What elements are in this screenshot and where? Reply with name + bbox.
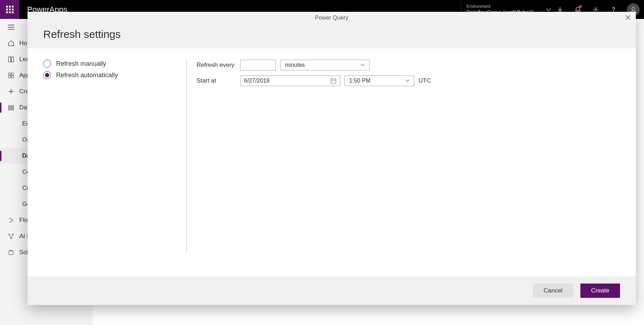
calendar-icon — [331, 78, 336, 84]
svg-rect-10 — [9, 107, 14, 108]
svg-point-13 — [12, 234, 14, 235]
close-button[interactable] — [625, 15, 631, 20]
select-value: minutes — [285, 62, 305, 68]
radio-icon — [43, 60, 51, 68]
dialog-header: Refresh settings — [28, 24, 636, 48]
refresh-mode-group: Refresh manually Refresh automatically — [43, 60, 186, 276]
app-launcher-button[interactable] — [0, 0, 19, 19]
svg-rect-9 — [9, 105, 14, 107]
environment-label: Environment — [466, 4, 538, 9]
svg-rect-7 — [9, 76, 11, 78]
book-icon — [8, 56, 14, 63]
svg-rect-3 — [9, 57, 11, 62]
svg-point-12 — [9, 234, 10, 235]
svg-rect-15 — [9, 251, 13, 255]
chevron-down-icon — [361, 63, 365, 67]
svg-rect-8 — [11, 76, 14, 78]
chevron-down-icon — [546, 7, 551, 12]
radio-refresh-manually[interactable]: Refresh manually — [43, 60, 186, 68]
svg-rect-5 — [9, 73, 11, 75]
apps-icon — [8, 72, 14, 79]
notification-dot-icon — [579, 5, 582, 8]
svg-rect-16 — [331, 79, 336, 83]
timezone-label: UTC — [418, 77, 431, 84]
cancel-button[interactable]: Cancel — [533, 284, 573, 298]
svg-rect-6 — [11, 73, 14, 75]
refresh-settings-dialog: Power Query Refresh settings Refresh man… — [28, 12, 636, 305]
start-at-label: Start at — [197, 77, 236, 84]
date-value: 6/27/2019 — [244, 78, 269, 84]
refresh-every-row: Refresh every minutes — [197, 60, 620, 70]
dialog-title: Power Query — [315, 15, 348, 21]
start-time-select[interactable]: 1:50 PM — [345, 75, 414, 86]
hamburger-icon — [8, 25, 14, 30]
ai-icon — [8, 233, 14, 240]
svg-point-14 — [10, 237, 12, 239]
refresh-unit-select[interactable]: minutes — [280, 60, 370, 70]
chevron-down-icon — [405, 79, 410, 83]
close-icon — [625, 15, 631, 20]
dialog-titlebar: Power Query — [28, 12, 636, 24]
svg-rect-11 — [9, 109, 14, 110]
plus-icon — [8, 88, 14, 95]
svg-rect-4 — [11, 57, 14, 62]
home-icon — [8, 40, 14, 46]
select-value: 1:50 PM — [349, 78, 371, 84]
svg-point-2 — [632, 7, 635, 10]
radio-icon — [43, 71, 51, 79]
radio-label: Refresh automatically — [56, 72, 118, 79]
radio-refresh-automatically[interactable]: Refresh automatically — [43, 71, 186, 79]
flow-icon — [8, 217, 14, 223]
start-at-row: Start at 6/27/2019 1:50 PM UTC — [197, 75, 620, 86]
waffle-icon — [6, 6, 14, 13]
radio-label: Refresh manually — [56, 60, 106, 68]
svg-point-0 — [595, 9, 597, 10]
create-button[interactable]: Create — [580, 284, 620, 298]
schedule-settings: Refresh every minutes Start at 6/27/2019… — [186, 60, 620, 253]
refresh-every-label: Refresh every — [197, 61, 236, 69]
dialog-body: Refresh manually Refresh automatically R… — [28, 48, 636, 276]
data-icon — [8, 104, 14, 111]
refresh-every-input[interactable] — [240, 60, 276, 70]
start-date-input[interactable]: 6/27/2019 — [240, 75, 340, 86]
dialog-footer: Cancel Create — [28, 276, 636, 305]
dialog-heading: Refresh settings — [43, 28, 620, 40]
solutions-icon — [8, 249, 14, 256]
